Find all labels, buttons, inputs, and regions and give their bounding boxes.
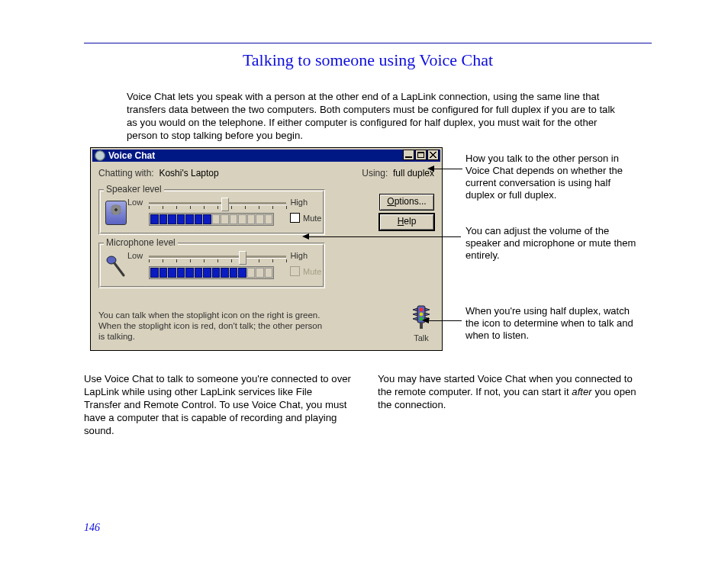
speaker-icon — [105, 201, 127, 225]
close-button[interactable] — [427, 150, 439, 160]
mic-group-title: Microphone level — [104, 237, 178, 248]
arrow-duplex — [433, 169, 462, 169]
svg-rect-6 — [420, 323, 423, 329]
svg-point-3 — [420, 308, 424, 312]
bottom-col-right: You may have started Voice Chat when you… — [378, 372, 645, 411]
stoplight-hint: You can talk when the stoplight icon on … — [98, 310, 327, 342]
svg-line-1 — [114, 263, 124, 275]
chatting-with-value: Koshi's Laptop — [159, 168, 218, 178]
annotation-stoplight: When you're using half duplex, watch the… — [465, 305, 641, 342]
mic-thumb[interactable] — [239, 251, 246, 265]
mic-mute-label: Mute — [303, 267, 321, 276]
window-title: Voice Chat — [108, 150, 155, 161]
speaker-mute-label: Mute — [303, 214, 321, 223]
intro-paragraph: Voice Chat lets you speak with a person … — [127, 90, 615, 142]
speaker-level-group: Speaker level Low High Mute — [98, 189, 325, 235]
speaker-low-label: Low — [127, 198, 143, 207]
top-rule — [84, 43, 652, 43]
stoplight-icon: Talk — [408, 305, 434, 342]
annotation-volume: You can adjust the volume of the speaker… — [465, 225, 641, 262]
svg-marker-10 — [425, 313, 430, 316]
mic-mute: Mute — [290, 266, 321, 276]
speaker-thumb[interactable] — [221, 198, 229, 211]
speaker-group-title: Speaker level — [104, 184, 164, 195]
mic-mute-checkbox — [290, 266, 300, 276]
speaker-high-label: High — [290, 198, 308, 207]
svg-point-4 — [420, 313, 424, 317]
speaker-ticks — [149, 206, 286, 210]
using-label: Using: — [362, 168, 388, 178]
svg-marker-11 — [413, 317, 417, 320]
minimize-button[interactable] — [403, 150, 414, 160]
talk-label: Talk — [408, 333, 434, 342]
maximize-button[interactable] — [415, 150, 427, 160]
mic-ticks — [149, 259, 286, 263]
speaker-mute-checkbox[interactable] — [290, 213, 300, 223]
microphone-icon — [105, 254, 125, 277]
mic-low-label: Low — [127, 251, 143, 260]
arrow-volume — [308, 236, 461, 237]
bottom-col-left: Use Voice Chat to talk to someone you're… — [84, 372, 351, 437]
titlebar[interactable]: Voice Chat — [92, 150, 440, 162]
arrow-stoplight — [428, 320, 462, 321]
svg-marker-8 — [425, 308, 430, 311]
speaker-mute[interactable]: Mute — [290, 213, 321, 223]
annotation-duplex: How you talk to the other person in Voic… — [465, 153, 641, 201]
page-number: 146 — [84, 522, 100, 534]
help-button[interactable]: Help — [379, 214, 434, 230]
svg-marker-9 — [413, 313, 417, 316]
page-title: Talking to someone using Voice Chat — [84, 50, 652, 70]
speaker-vu-meter — [149, 213, 274, 226]
mic-high-label: High — [290, 251, 308, 260]
options-button[interactable]: Options... — [379, 194, 434, 211]
chatting-with-label: Chatting with: — [98, 168, 154, 178]
mic-vu-meter — [149, 266, 274, 279]
voice-chat-window: Voice Chat Chatting with: Koshi's Laptop… — [90, 147, 443, 351]
voice-chat-app-icon — [95, 150, 105, 161]
svg-marker-7 — [413, 308, 417, 311]
microphone-level-group: Microphone level Low High — [98, 243, 325, 288]
